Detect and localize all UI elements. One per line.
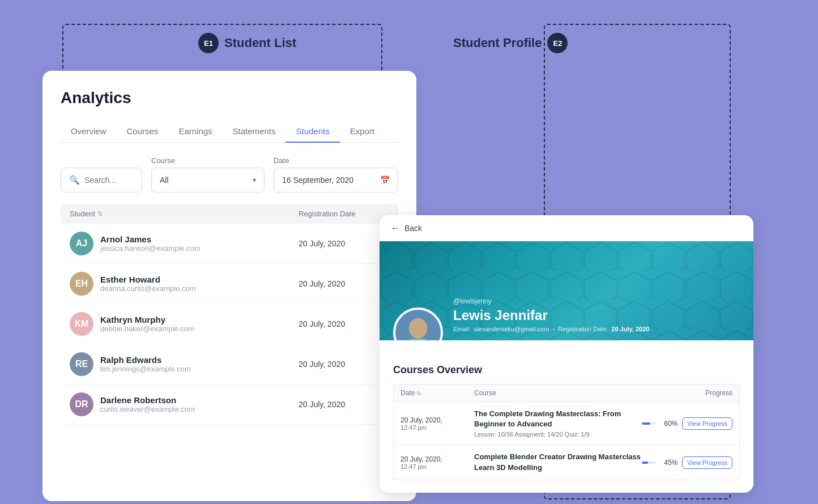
sort-icon: ⇅ (416, 390, 421, 396)
search-icon: 🔍 (69, 175, 80, 185)
student-email: deanna.curtis@example.com (100, 284, 196, 293)
avatar: RE (70, 352, 93, 376)
course-name: The Complete Drawing Masterclass: From B… (474, 409, 642, 429)
student-name: Kathryn Murphy (100, 315, 194, 324)
avatar: KM (70, 312, 93, 336)
search-box: 🔍 (61, 168, 142, 193)
course-progress: 60% View Progress (642, 417, 732, 430)
student-email: tim.jennings@example.com (100, 365, 191, 373)
col-header-date: Date ⇅ (401, 389, 474, 397)
profile-banner: @lewisjenny Lewis Jennifar Email: alexan… (380, 241, 753, 340)
avatar: EH (70, 272, 93, 296)
email-label: Email: (453, 326, 471, 332)
progress-pct: 60% (661, 420, 678, 428)
student-info: EH Esther Howard deanna.curtis@example.c… (70, 272, 299, 296)
tab-students[interactable]: Students (286, 121, 339, 143)
courses-table-header: Date ⇅ Course Progress (393, 384, 740, 402)
student-info: AJ Arnol James jessica.hanson@example.co… (70, 232, 299, 255)
table-row[interactable]: EH Esther Howard deanna.curtis@example.c… (61, 264, 398, 304)
date-select[interactable]: 16 September, 2020 📅 (274, 168, 398, 193)
e2-title: Student Profile (453, 36, 542, 50)
course-info: Complete Blender Creator Drawing Masterc… (474, 452, 642, 472)
col-header-date: Registration Date (299, 210, 389, 218)
date-select-value: 16 September, 2020 (282, 176, 353, 185)
student-info: KM Kathryn Murphy debbie.baker@example.c… (70, 312, 299, 336)
student-name: Esther Howard (100, 275, 196, 284)
student-date: 20 July, 2020 (299, 279, 389, 288)
table-header: Student ⇅ Registration Date (61, 204, 398, 224)
student-table: Student ⇅ Registration Date AJ Arnol Jam… (61, 204, 398, 425)
student-list-card: Analytics Overview Courses Earnings Stat… (42, 71, 416, 501)
svg-point-3 (409, 318, 428, 339)
label-e1: E1 Student List (198, 33, 296, 53)
profile-reg-date: 20 July, 2020 (611, 326, 649, 332)
nav-tabs: Overview Courses Earnings Statements Stu… (61, 121, 398, 143)
avatar: AJ (70, 232, 93, 255)
profile-name: Lewis Jennifar (453, 307, 649, 323)
search-input[interactable] (84, 176, 134, 185)
courses-overview-title: Courses Overview (393, 364, 740, 376)
chevron-down-icon: ▾ (253, 176, 256, 184)
student-info: DR Darlene Robertson curtis.weaver@examp… (70, 392, 299, 416)
student-email: debbie.baker@example.com (100, 324, 194, 333)
course-row: 20 July, 2020, 12:47 pm Complete Blender… (393, 445, 740, 480)
e1-title: Student List (224, 36, 296, 50)
profile-email: alexanderseku@gmail.com (474, 326, 549, 332)
profile-username: @lewisjenny (453, 297, 649, 305)
student-email: curtis.weaver@example.com (100, 405, 195, 413)
view-progress-button[interactable]: View Progress (682, 417, 732, 430)
course-select-value: All (160, 176, 169, 185)
tab-statements[interactable]: Statements (223, 121, 286, 143)
reg-date-label: Registration Date: (558, 326, 608, 332)
student-date: 20 July, 2020 (299, 319, 389, 328)
profile-body: Courses Overview Date ⇅ Course Progress … (380, 340, 753, 489)
profile-card: ← Back @lewisjenny Lewis Jennifa (380, 215, 753, 493)
back-bar[interactable]: ← Back (380, 215, 753, 241)
progress-pct: 45% (661, 459, 678, 467)
e1-badge: E1 (198, 33, 219, 53)
student-name: Arnol James (100, 234, 201, 244)
col-header-student: Student ⇅ (70, 210, 299, 218)
progress-bar (642, 422, 656, 425)
student-name: Darlene Robertson (100, 395, 195, 405)
student-date: 20 July, 2020 (299, 360, 389, 369)
view-progress-button[interactable]: View Progress (682, 456, 732, 469)
e2-badge: E2 (547, 33, 568, 53)
student-name: Ralph Edwards (100, 355, 191, 365)
student-date: 20 July, 2020 (299, 400, 389, 409)
course-sub: Lesson: 10/36 Assigment: 14/20 Quiz: 1/9 (474, 431, 642, 438)
course-row: 20 July, 2020, 12:47 pm The Complete Dra… (393, 402, 740, 445)
table-row[interactable]: DR Darlene Robertson curtis.weaver@examp… (61, 385, 398, 425)
date-filter-label: Date (274, 156, 398, 165)
course-progress: 45% View Progress (642, 456, 732, 469)
course-filter-label: Course (151, 156, 265, 165)
col-header-course: Course (474, 389, 642, 397)
course-select[interactable]: All ▾ (151, 168, 265, 193)
col-header-progress: Progress (642, 389, 732, 397)
course-date: 20 July, 2020, 12:47 pm (401, 455, 474, 470)
courses-table: Date ⇅ Course Progress 20 July, 2020, 12… (393, 384, 740, 480)
label-e2: Student Profile E2 (453, 33, 568, 53)
progress-bar (642, 462, 656, 464)
tab-overview[interactable]: Overview (61, 121, 117, 143)
progress-fill (642, 422, 650, 425)
tab-export[interactable]: Export (340, 121, 385, 143)
sort-icon: ⇅ (97, 210, 103, 217)
course-info: The Complete Drawing Masterclass: From B… (474, 409, 642, 438)
calendar-icon: 📅 (380, 176, 390, 185)
table-row[interactable]: RE Ralph Edwards tim.jennings@example.co… (61, 344, 398, 385)
table-row[interactable]: AJ Arnol James jessica.hanson@example.co… (61, 224, 398, 264)
tab-earnings[interactable]: Earnings (168, 121, 222, 143)
course-date: 20 July, 2020, 12:47 pm (401, 416, 474, 431)
avatar: DR (70, 392, 93, 416)
tab-courses[interactable]: Courses (117, 121, 169, 143)
student-email: jessica.hanson@example.com (100, 244, 201, 253)
course-name: Complete Blender Creator Drawing Masterc… (474, 452, 642, 472)
page-title: Analytics (61, 89, 398, 107)
back-arrow-icon: ← (391, 223, 400, 233)
back-label: Back (404, 224, 422, 233)
student-date: 20 July, 2020 (299, 239, 389, 248)
table-row[interactable]: KM Kathryn Murphy debbie.baker@example.c… (61, 304, 398, 344)
student-info: RE Ralph Edwards tim.jennings@example.co… (70, 352, 299, 376)
progress-fill (642, 462, 648, 464)
